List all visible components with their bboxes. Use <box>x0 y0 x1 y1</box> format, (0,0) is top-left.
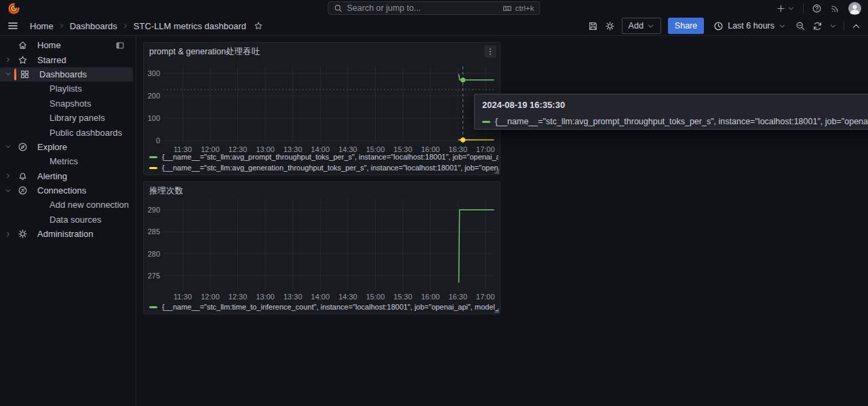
sidebar-item-starred[interactable]: Starred <box>0 52 133 67</box>
nav-icon <box>18 229 28 239</box>
chevron-icon[interactable] <box>5 100 12 107</box>
panel-title[interactable]: 推理次数 <box>149 185 183 197</box>
sidebar-item-playlists[interactable]: Playlists <box>0 81 133 96</box>
sidebar-item-label: Metrics <box>50 156 78 166</box>
y-tick-label: 285 <box>144 227 160 236</box>
chevron-icon[interactable] <box>5 158 12 165</box>
chevron-icon[interactable] <box>5 129 12 136</box>
header-row-top: ctrl+k <box>0 0 868 16</box>
legend-item[interactable]: {__name__="stc_llm:time_to_inference_cou… <box>149 301 498 312</box>
panel-menu-icon[interactable] <box>484 45 496 58</box>
sidebar-item-library-panels[interactable]: Library panels <box>0 111 133 125</box>
sidebar-item-alerting[interactable]: Alerting <box>0 169 133 183</box>
sidebar-item-connections[interactable]: Connections <box>0 183 133 198</box>
legend-item-label: {__name__="stc_llm:avg_prompt_throughput… <box>162 153 498 161</box>
zoom-out-icon[interactable] <box>795 21 806 31</box>
y-tick-label: 280 <box>144 250 160 258</box>
y-tick-label: 200 <box>144 92 160 100</box>
time-series-chart[interactable]: 27528028529011:3012:0012:3013:0013:3014:… <box>163 200 494 291</box>
dashboard-toolbar: Home Dashboards STC-LLM metrics dashboar… <box>0 16 868 35</box>
collapse-toolbar-icon[interactable] <box>851 21 861 31</box>
legend-item-label: {__name__="stc_llm:avg_generation_throug… <box>162 164 498 172</box>
sidebar-item-label: Data sources <box>50 215 102 225</box>
menu-toggle-icon[interactable] <box>7 20 19 32</box>
legend-item[interactable]: {__name__="stc_llm:avg_prompt_throughput… <box>149 151 498 162</box>
search-input[interactable] <box>347 3 498 13</box>
chevron-icon[interactable] <box>5 231 12 238</box>
search-shortcut: ctrl+k <box>502 4 534 13</box>
news-icon[interactable] <box>830 3 840 14</box>
top-header: ctrl+k Home Dashboards STC-LLM metrics d… <box>0 0 868 36</box>
add-button[interactable]: Add <box>622 18 661 34</box>
keyboard-icon <box>502 4 513 13</box>
global-search[interactable]: ctrl+k <box>328 1 540 15</box>
breadcrumb-current[interactable]: STC-LLM metrics dashboard <box>134 21 246 31</box>
favorite-star-icon[interactable] <box>254 21 263 31</box>
save-dashboard-icon[interactable] <box>588 21 598 31</box>
sidebar-item-data-sources[interactable]: Data sources <box>0 213 133 227</box>
time-range-picker[interactable]: Last 6 hours <box>711 21 789 31</box>
chevron-icon[interactable] <box>5 143 12 150</box>
sidebar-item-label: Administration <box>37 229 93 239</box>
sidebar-item-public-dashboards[interactable]: Public dashboards <box>0 125 133 139</box>
sidebar-item-label: Explore <box>37 142 67 152</box>
sidebar-item-dashboards[interactable]: Dashboards <box>0 67 133 81</box>
chevron-icon[interactable] <box>5 86 12 92</box>
breadcrumb-home[interactable]: Home <box>30 21 54 31</box>
breadcrumb-dashboards[interactable]: Dashboards <box>70 21 117 31</box>
chevron-icon[interactable] <box>5 202 12 208</box>
tooltip-series-label: {__name__="stc_llm:avg_prompt_throughput… <box>495 117 868 126</box>
grafana-logo[interactable] <box>8 3 20 14</box>
y-tick-label: 0 <box>144 136 160 145</box>
chevron-icon[interactable] <box>5 56 12 63</box>
sidebar-item-administration[interactable]: Administration <box>0 227 133 241</box>
dock-sidebar-icon[interactable] <box>115 41 125 50</box>
chevron-icon[interactable] <box>5 71 12 77</box>
panel-inference-count: 推理次数 27528028529011:3012:0012:3013:0013:… <box>143 181 500 314</box>
refresh-icon[interactable] <box>812 21 823 31</box>
x-tick-label: 11:30 <box>169 293 196 301</box>
x-tick-label: 12:00 <box>197 293 224 301</box>
x-axis: 11:3012:0012:3013:0013:3014:0014:3015:00… <box>163 293 497 302</box>
legend-item[interactable]: {__name__="stc_llm:avg_generation_throug… <box>149 162 498 173</box>
series-color-swatch <box>149 167 157 169</box>
new-menu-button[interactable] <box>776 3 795 14</box>
panel-title[interactable]: prompt & generation处理吞吐 <box>149 46 260 58</box>
sidebar-item-add-new-connection[interactable]: Add new connection <box>0 198 133 212</box>
sidebar-item-label: Snapshots <box>50 98 91 109</box>
user-avatar[interactable] <box>848 2 861 15</box>
x-tick-label: 14:00 <box>307 293 334 301</box>
sidebar-item-label: Public dashboards <box>50 128 122 138</box>
x-tick-label: 14:30 <box>334 293 361 301</box>
sidebar-item-home[interactable]: Home <box>0 38 133 52</box>
dashboard-settings-icon[interactable] <box>605 21 615 31</box>
x-tick-label: 13:30 <box>279 293 307 301</box>
sidebar-item-metrics[interactable]: Metrics <box>0 154 133 168</box>
refresh-interval-chevron-icon[interactable] <box>829 22 837 30</box>
chevron-icon[interactable] <box>5 216 12 223</box>
y-tick-label: 290 <box>144 206 160 214</box>
series-color-swatch <box>149 156 157 158</box>
sidebar-item-label: Library panels <box>50 113 105 123</box>
chevron-down-icon <box>647 22 654 30</box>
breadcrumb: Home Dashboards STC-LLM metrics dashboar… <box>30 21 263 31</box>
time-series-chart[interactable]: 010020030011:3012:0012:3013:0013:3014:00… <box>163 67 494 143</box>
chevron-icon[interactable] <box>5 172 12 179</box>
chevron-icon[interactable] <box>5 42 12 49</box>
sidebar-item-label: Starred <box>37 55 66 65</box>
legend-item-label: {__name__="stc_llm:time_to_inference_cou… <box>162 303 498 311</box>
y-tick-label: 275 <box>144 272 160 280</box>
chart-legend: {__name__="stc_llm:avg_prompt_throughput… <box>149 151 498 173</box>
nav-icon <box>18 185 28 196</box>
x-tick-label: 13:00 <box>252 293 279 301</box>
divider <box>803 3 804 13</box>
share-button[interactable]: Share <box>668 18 704 34</box>
tooltip-series-row: {__name__="stc_llm:avg_prompt_throughput… <box>475 113 868 130</box>
nav-icon <box>18 40 28 50</box>
sidebar-item-explore[interactable]: Explore <box>0 140 133 154</box>
help-icon[interactable] <box>812 3 822 14</box>
chevron-icon[interactable] <box>5 187 12 194</box>
chevron-icon[interactable] <box>5 115 12 122</box>
sidebar-item-snapshots[interactable]: Snapshots <box>0 96 133 111</box>
divider <box>844 21 844 31</box>
